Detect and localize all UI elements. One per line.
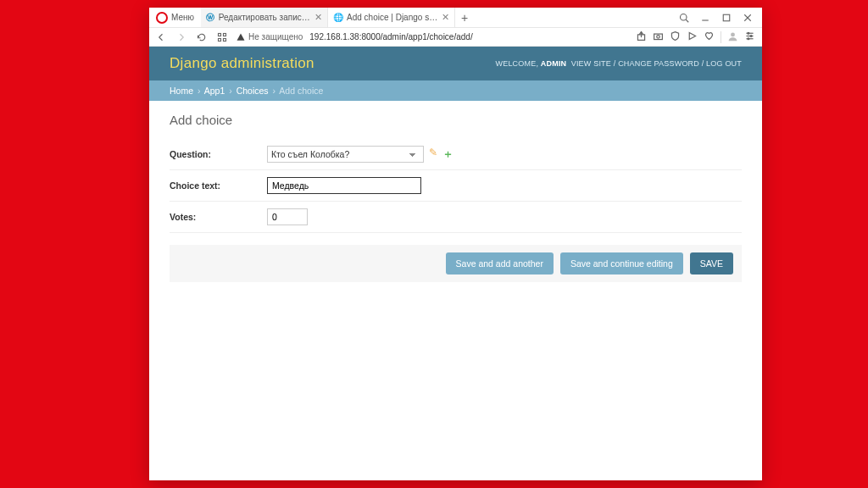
welcome-text: WELCOME, — [496, 59, 539, 68]
breadcrumb-sep: › — [227, 86, 234, 96]
content: Add choice Question: Кто съел Колобка? ✎… — [149, 101, 762, 294]
save-button[interactable]: SAVE — [690, 252, 733, 274]
tab-strip: Меню ⓦ Редактировать запись "П.. ✕ 🌐 Add… — [149, 8, 762, 28]
profile-icon[interactable] — [727, 30, 738, 43]
divider — [721, 31, 721, 43]
choice-text-label: Choice text: — [170, 180, 267, 191]
window-maximize-button[interactable] — [717, 8, 736, 27]
window-controls — [675, 8, 762, 27]
tab-label: Add choice | Django site a... — [347, 13, 438, 22]
question-label: Question: — [170, 149, 267, 159]
browser-window: Меню ⓦ Редактировать запись "П.. ✕ 🌐 Add… — [149, 8, 762, 480]
form-row-choice-text: Choice text: — [170, 170, 742, 202]
edit-related-icon[interactable]: ✎ — [429, 147, 437, 162]
votes-label: Votes: — [170, 212, 267, 222]
tab-django-admin[interactable]: 🌐 Add choice | Django site a... ✕ — [328, 8, 455, 27]
breadcrumb: Home › App1 › Choices › Add choice — [149, 80, 762, 101]
svg-point-13 — [657, 36, 660, 39]
close-tab-icon[interactable]: ✕ — [442, 12, 449, 23]
form-row-votes: Votes: — [170, 202, 742, 233]
user-tools: WELCOME, ADMIN VIEW SITE / CHANGE PASSWO… — [496, 59, 743, 68]
breadcrumb-home[interactable]: Home — [170, 86, 193, 96]
logout-link[interactable]: LOG OUT — [706, 59, 742, 68]
play-icon[interactable] — [687, 30, 698, 43]
heart-icon[interactable] — [704, 30, 715, 43]
submit-row: Save and add another Save and continue e… — [170, 245, 742, 282]
opera-menu-label: Меню — [171, 13, 194, 22]
related-widget: ✎ ＋ — [429, 147, 453, 162]
shield-icon[interactable] — [670, 30, 681, 43]
security-indicator[interactable]: Не защищено — [236, 32, 303, 42]
save-add-another-button[interactable]: Save and add another — [446, 252, 554, 274]
window-close-button[interactable] — [738, 8, 757, 27]
opera-menu-button[interactable]: Меню — [149, 8, 201, 27]
url-text[interactable]: 192.168.1.38:8000/admin/app1/choice/add/ — [309, 32, 472, 42]
address-bar: Не защищено 192.168.1.38:8000/admin/app1… — [149, 28, 762, 47]
svg-point-20 — [750, 36, 752, 37]
nav-back-button[interactable] — [154, 32, 168, 42]
close-tab-icon[interactable]: ✕ — [314, 12, 322, 23]
share-icon[interactable] — [636, 30, 647, 43]
tab-label: Редактировать запись "П.. — [219, 13, 311, 22]
breadcrumb-sep: › — [271, 86, 278, 96]
security-label: Не защищено — [248, 32, 303, 42]
view-site-link[interactable]: VIEW SITE — [571, 59, 611, 68]
easy-setup-icon[interactable] — [744, 30, 755, 43]
svg-point-21 — [748, 38, 749, 40]
svg-point-15 — [731, 32, 735, 36]
svg-rect-7 — [224, 33, 226, 36]
search-icon[interactable] — [675, 8, 693, 27]
svg-line-1 — [686, 19, 688, 22]
choice-text-input[interactable] — [267, 177, 421, 194]
wordpress-icon: ⓦ — [206, 13, 215, 23]
svg-marker-14 — [689, 32, 695, 39]
window-minimize-button[interactable] — [696, 8, 715, 27]
addr-right-icons — [636, 30, 757, 43]
save-continue-button[interactable]: Save and continue editing — [560, 252, 683, 274]
django-header: Django administration WELCOME, ADMIN VIE… — [149, 47, 762, 80]
svg-point-19 — [748, 32, 749, 34]
nav-forward-button[interactable] — [175, 32, 188, 42]
opera-logo-icon — [156, 12, 168, 24]
form-row-question: Question: Кто съел Колобка? ✎ ＋ — [170, 139, 742, 170]
globe-icon: 🌐 — [333, 13, 343, 23]
change-password-link[interactable]: CHANGE PASSWORD — [618, 59, 699, 68]
speed-dial-icon[interactable] — [215, 32, 229, 42]
add-related-icon[interactable]: ＋ — [442, 147, 453, 162]
snapshot-icon[interactable] — [653, 30, 664, 43]
breadcrumb-current: Add choice — [279, 86, 323, 96]
breadcrumb-app[interactable]: App1 — [204, 86, 225, 96]
svg-rect-8 — [219, 38, 221, 41]
votes-input[interactable] — [267, 208, 308, 225]
svg-rect-3 — [723, 14, 730, 21]
new-tab-button[interactable]: + — [455, 8, 474, 27]
svg-rect-9 — [224, 38, 226, 41]
page-title: Add choice — [170, 113, 742, 127]
reload-button[interactable] — [195, 32, 209, 42]
svg-point-0 — [681, 14, 687, 20]
username: ADMIN — [541, 59, 567, 68]
tab-wordpress[interactable]: ⓦ Редактировать запись "П.. ✕ — [201, 8, 328, 27]
breadcrumb-model[interactable]: Choices — [236, 86, 269, 96]
page-viewport: Django administration WELCOME, ADMIN VIE… — [149, 47, 762, 480]
svg-rect-6 — [219, 33, 221, 36]
warning-icon — [236, 32, 246, 42]
site-title[interactable]: Django administration — [170, 55, 314, 72]
question-select[interactable]: Кто съел Колобка? — [267, 146, 424, 163]
breadcrumb-sep: › — [196, 86, 203, 96]
